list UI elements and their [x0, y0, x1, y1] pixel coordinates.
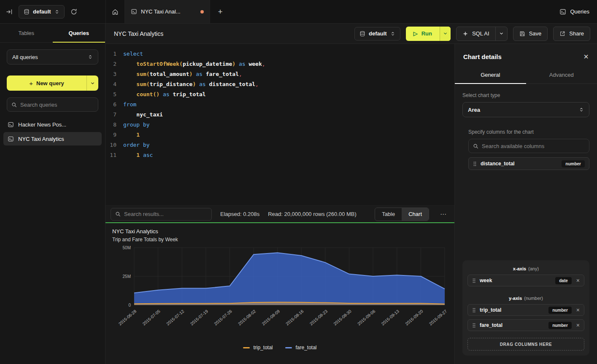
run-button-main[interactable]: ▷ Run [406, 27, 440, 41]
unsaved-indicator-dot [200, 10, 204, 13]
tab-general[interactable]: General [455, 67, 526, 84]
code-line[interactable]: 1select [105, 49, 454, 59]
panel-toggle-icon[interactable] [6, 8, 13, 15]
query-item-nyc-taxi[interactable]: NYC Taxi Analytics [3, 132, 102, 146]
sql-ai-button[interactable]: SQL AI [456, 27, 508, 41]
tab-nyc-taxi-analytics[interactable]: NYC Taxi Anal... [125, 0, 210, 23]
query-item-hacker-news[interactable]: Hacker News Pos... [3, 118, 102, 131]
line-number: 3 [105, 69, 123, 79]
sidebar-tab-tables[interactable]: Tables [0, 24, 53, 42]
area-chart-svg: 2015-06-282015-07-052015-07-122015-07-19… [112, 245, 448, 345]
sidebar-tab-queries[interactable]: Queries [53, 24, 105, 42]
run-button-caret[interactable] [440, 27, 451, 41]
queries-button[interactable]: Queries [552, 0, 597, 23]
code-line[interactable]: 3 sum(total_amount) as fare_total, [105, 69, 454, 79]
y-axis-item-trip-total[interactable]: trip_total number × [467, 304, 584, 316]
axis-column-type-badge: number [548, 307, 572, 314]
code-line[interactable]: 6from [105, 100, 454, 110]
more-options-icon[interactable]: ⋯ [438, 210, 449, 218]
svg-text:2015-09-06: 2015-09-06 [357, 309, 376, 326]
code-text: group by [123, 120, 150, 130]
code-line[interactable]: 8group by [105, 120, 454, 130]
remove-icon[interactable]: × [576, 278, 580, 283]
new-query-button[interactable]: + New query [7, 75, 98, 91]
columns-label: Specify columns for the chart [468, 129, 589, 135]
sql-editor[interactable]: 1select2 toStartOfWeek(pickup_datetime) … [105, 44, 454, 205]
code-text: order by [123, 140, 150, 150]
svg-text:50M: 50M [123, 245, 131, 250]
sql-ai-label: SQL AI [472, 30, 489, 37]
svg-text:2015-08-23: 2015-08-23 [309, 309, 329, 326]
code-line[interactable]: 5 count() as trip_total [105, 89, 454, 100]
svg-text:2015-09-13: 2015-09-13 [381, 309, 400, 326]
legend-item-trip-total[interactable]: trip_total [243, 345, 273, 351]
new-query-caret[interactable] [86, 75, 98, 91]
query-search[interactable] [7, 97, 98, 112]
svg-text:2015-08-09: 2015-08-09 [261, 309, 281, 326]
chart-details-panel: Chart details × General Advanced Select … [455, 44, 597, 364]
axis-column-name: week [480, 278, 492, 283]
code-line[interactable]: 10order by [105, 140, 454, 150]
view-toggle-table[interactable]: Table [375, 208, 402, 221]
code-line[interactable]: 11 1 asc [105, 150, 454, 160]
drag-handle-icon[interactable] [472, 278, 476, 283]
view-toggle-chart[interactable]: Chart [402, 208, 429, 221]
sql-ai-caret[interactable] [495, 27, 507, 40]
remove-icon[interactable]: × [576, 307, 580, 313]
share-button[interactable]: Share [553, 27, 590, 41]
run-button[interactable]: ▷ Run [406, 27, 451, 41]
main-toolbar: NYC Taxi Analytics default ▷ Run [105, 24, 597, 44]
save-button[interactable]: Save [513, 27, 548, 41]
toolbar-database-selector[interactable]: default [354, 27, 400, 40]
line-number: 10 [105, 140, 123, 150]
code-line[interactable]: 4 sum(trip_distance) as distance_total, [105, 79, 454, 89]
new-tab-button[interactable]: + [210, 0, 230, 23]
results-search[interactable] [111, 208, 212, 221]
columns-section: Specify columns for the chart [468, 129, 589, 170]
available-column-distance-total[interactable]: distance_total number [468, 157, 589, 170]
query-filter-select[interactable]: All queries [7, 49, 98, 65]
line-number: 11 [105, 150, 123, 160]
sql-ai-main[interactable]: SQL AI [457, 27, 495, 40]
tab-advanced[interactable]: Advanced [526, 67, 597, 84]
code-line[interactable]: 2 toStartOfWeek(pickup_datetime) as week… [105, 59, 454, 69]
results-search-input[interactable] [124, 211, 207, 217]
home-tab[interactable] [105, 0, 125, 23]
code-line[interactable]: 9 1 [105, 130, 454, 140]
database-selector-value: default [33, 8, 51, 15]
query-item-label: NYC Taxi Analytics [18, 136, 64, 142]
refresh-icon[interactable] [70, 8, 77, 15]
drag-handle-icon[interactable] [473, 161, 477, 167]
editor-column: 1select2 toStartOfWeek(pickup_datetime) … [105, 44, 455, 364]
code-line[interactable]: 7 nyc_taxi [105, 110, 454, 120]
sidebar: Tables Queries All queries + New query [0, 24, 105, 364]
drag-handle-icon[interactable] [472, 307, 476, 313]
columns-search-input[interactable] [482, 143, 585, 149]
legend-item-fare-total[interactable]: fare_total [285, 345, 316, 351]
columns-search[interactable] [468, 139, 589, 153]
svg-text:2015-07-26: 2015-07-26 [213, 309, 233, 326]
share-label: Share [569, 30, 584, 37]
remove-icon[interactable]: × [576, 322, 580, 328]
query-search-input[interactable] [20, 102, 94, 108]
close-icon[interactable]: × [583, 52, 589, 61]
line-number: 2 [105, 59, 123, 69]
line-number: 4 [105, 79, 123, 89]
chart-details-tabs: General Advanced [455, 67, 597, 84]
topbar-spacer [230, 0, 552, 23]
search-icon [11, 102, 17, 108]
y-axis-item-fare-total[interactable]: fare_total number × [467, 319, 584, 331]
drop-zone[interactable]: DRAG COLUMNS HERE [467, 338, 584, 351]
chart-subtitle: Trip and Fare Totals by Week [112, 237, 448, 243]
svg-text:2015-07-19: 2015-07-19 [189, 309, 209, 326]
chart-type-select[interactable]: Area [462, 102, 589, 117]
drag-handle-icon[interactable] [472, 323, 476, 328]
new-query-main[interactable]: + New query [7, 75, 86, 91]
topbar-left: default [0, 0, 105, 23]
y-axis-hint: (number) [524, 296, 543, 301]
database-selector[interactable]: default [19, 5, 65, 19]
x-axis-label: x-axis [513, 266, 526, 271]
share-icon [559, 31, 565, 37]
area-chart[interactable]: 2015-06-282015-07-052015-07-122015-07-19… [112, 245, 448, 345]
x-axis-item-week[interactable]: week date × [467, 275, 584, 286]
